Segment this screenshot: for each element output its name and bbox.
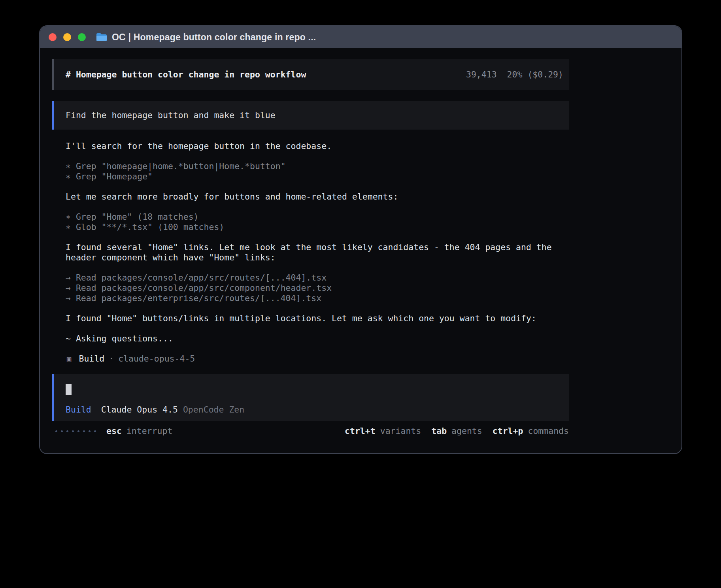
- assistant-message: Let me search more broadly for buttons a…: [66, 192, 555, 202]
- shortcut-commands: ctrl+p commands: [493, 426, 569, 436]
- context-cost: 20% ($0.29): [507, 69, 563, 80]
- shortcut-key: tab: [431, 426, 447, 436]
- prompt-input[interactable]: Build Claude Opus 4.5 OpenCode Zen: [52, 374, 569, 421]
- shortcut-variants: ctrl+t variants: [345, 426, 421, 436]
- user-message-text: Find the homepage button and make it blu…: [66, 110, 276, 120]
- spinner-dots: [55, 430, 96, 432]
- shortcut-label: agents: [451, 426, 482, 436]
- window-titlebar[interactable]: OC | Homepage button color change in rep…: [40, 26, 681, 48]
- status-bar: esc interrupt ctrl+t variants tab agents…: [52, 426, 569, 436]
- status-bar-left: esc interrupt: [52, 426, 172, 436]
- tool-call-group: ∗ Grep "homepage|home.*button|Home.*butt…: [66, 161, 681, 182]
- agent-separator: ·: [109, 354, 114, 364]
- terminal-content: # Homepage button color change in repo w…: [40, 48, 681, 453]
- assistant-message: I found "Home" buttons/links in multiple…: [66, 313, 555, 324]
- tool-call-group: → Read packages/console/app/src/routes/[…: [66, 273, 681, 303]
- assistant-message: I found several "Home" links. Let me loo…: [66, 242, 555, 263]
- session-stats: 39,413 20% ($0.29): [466, 69, 563, 80]
- agent-model: claude-opus-4-5: [118, 354, 195, 364]
- tool-call-read: → Read packages/console/app/src/routes/[…: [66, 273, 681, 283]
- shortcut-label: commands: [528, 426, 569, 436]
- tool-call-grep: ∗ Grep "Home" (18 matches): [66, 212, 681, 222]
- terminal-window: OC | Homepage button color change in rep…: [39, 25, 682, 454]
- shortcut-label: variants: [380, 426, 421, 436]
- esc-key-hint: esc: [106, 426, 122, 436]
- text-cursor: [66, 384, 72, 395]
- session-title: # Homepage button color change in repo w…: [66, 69, 306, 80]
- mode-label: Build: [66, 405, 91, 415]
- folder-icon: [96, 33, 107, 41]
- tool-call-grep: ∗ Grep "Homepage": [66, 172, 681, 182]
- agent-status-line: ▣ Build · claude-opus-4-5: [67, 354, 681, 364]
- agent-name: Build: [79, 354, 104, 364]
- assistant-status-text: ~ Asking questions...: [66, 334, 555, 344]
- assistant-message: I'll search for the homepage button in t…: [66, 141, 555, 151]
- traffic-lights: [49, 33, 86, 41]
- input-meta-row: Build Claude Opus 4.5 OpenCode Zen: [66, 405, 557, 415]
- shortcut-key: ctrl+t: [345, 426, 376, 436]
- token-count: 39,413: [466, 69, 497, 80]
- tool-call-read: → Read packages/console/app/src/componen…: [66, 283, 681, 293]
- agent-icon: ▣: [67, 354, 71, 364]
- desktop-background: OC | Homepage button color change in rep…: [0, 0, 721, 588]
- esc-action-label: interrupt: [126, 426, 173, 436]
- tool-call-glob: ∗ Glob "**/*.tsx" (100 matches): [66, 222, 681, 232]
- model-label: Claude Opus 4.5: [101, 405, 178, 415]
- provider-label: OpenCode Zen: [183, 405, 244, 415]
- shortcut-agents: tab agents: [431, 426, 482, 436]
- window-title: OC | Homepage button color change in rep…: [112, 32, 316, 43]
- tool-call-grep: ∗ Grep "homepage|home.*button|Home.*butt…: [66, 161, 681, 172]
- zoom-button[interactable]: [78, 33, 86, 41]
- shortcut-key: ctrl+p: [493, 426, 523, 436]
- status-bar-right: ctrl+t variants tab agents ctrl+p comman…: [345, 426, 569, 436]
- minimize-button[interactable]: [63, 33, 71, 41]
- close-button[interactable]: [49, 33, 57, 41]
- session-header: # Homepage button color change in repo w…: [52, 59, 569, 90]
- tool-call-group: ∗ Grep "Home" (18 matches) ∗ Glob "**/*.…: [66, 212, 681, 232]
- user-message: Find the homepage button and make it blu…: [52, 101, 569, 130]
- tool-call-read: → Read packages/enterprise/src/routes/[.…: [66, 293, 681, 303]
